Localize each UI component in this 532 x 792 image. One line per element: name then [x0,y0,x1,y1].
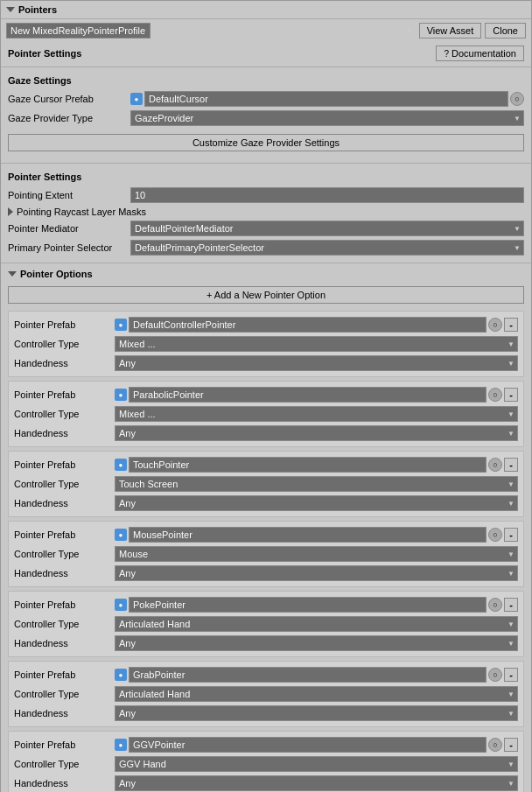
panel-title: Pointers [18,4,57,15]
prefab-input-6[interactable] [129,737,486,753]
add-pointer-option-button[interactable]: + Add a New Pointer Option [8,286,524,304]
handedness-dropdown-0[interactable]: Any [115,355,518,371]
prefab-pick-btn-1[interactable]: ○ [488,388,502,402]
pointer-prefab-row-6: Pointer Prefab ● ○ - [14,735,518,754]
panel-header: Pointers [1,1,531,19]
pointer-option-group-0: Pointer Prefab ● ○ - Controller Type Mix… [8,311,524,377]
gaze-provider-label: Gaze Provider Type [8,113,130,123]
prefab-remove-btn-1[interactable]: - [504,388,518,402]
controller-type-label-5: Controller Type [14,689,115,699]
handedness-row-6: Handedness Any ▼ [14,774,518,792]
pointer-settings-header: Pointer Settings ? Documentation [1,42,531,65]
handedness-row-2: Handedness Any ▼ [14,494,518,513]
controller-type-dropdown-2[interactable]: Touch Screen [115,476,518,492]
pointer-option-group-4: Pointer Prefab ● ○ - Controller Type Art… [8,591,524,657]
pointer-options-collapse-icon[interactable] [8,271,17,277]
handedness-label-4: Handedness [14,638,115,648]
prefab-remove-btn-0[interactable]: - [504,318,518,332]
add-pointer-option-row: + Add a New Pointer Option [1,283,531,307]
gaze-cursor-icon: ● [130,93,143,105]
prefab-pick-btn-0[interactable]: ○ [488,318,502,332]
gaze-provider-dropdown-wrapper: GazeProvider [130,110,524,126]
pointer-prefab-label-5: Pointer Prefab [14,669,115,680]
controller-type-dropdown-0[interactable]: Mixed ... [115,336,518,352]
gaze-provider-dropdown[interactable]: GazeProvider [130,110,524,126]
controller-type-dropdown-5[interactable]: Articulated Hand [115,686,518,702]
prefab-icon-1: ● [115,389,127,401]
pointing-extent-input[interactable] [130,187,524,203]
handedness-dropdown-1[interactable]: Any [115,425,518,441]
prefab-icon-5: ● [115,669,127,681]
controller-type-dropdown-1[interactable]: Mixed ... [115,406,518,422]
gaze-settings-section: Gaze Settings Gaze Cursor Prefab ● ○ Gaz… [1,69,531,161]
pointer-settings-section: Pointer Settings Pointing Extent Pointin… [1,165,531,261]
top-bar: New MixedRealityPointerProfile View Asse… [1,19,531,42]
prefab-input-2[interactable] [129,457,486,473]
handedness-dropdown-4[interactable]: Any [115,635,518,651]
pointer-prefab-row-3: Pointer Prefab ● ○ - [14,525,518,544]
raycast-expand-icon[interactable] [8,207,13,216]
pointer-prefab-row-5: Pointer Prefab ● ○ - [14,665,518,684]
controller-type-dropdown-6[interactable]: GGV Hand [115,756,518,772]
controller-type-dropdown-4[interactable]: Articulated Hand [115,616,518,632]
gaze-cursor-label: Gaze Cursor Prefab [8,94,130,104]
gaze-cursor-pick-button[interactable]: ○ [510,92,524,106]
prefab-remove-btn-5[interactable]: - [504,668,518,682]
pointer-option-group-6: Pointer Prefab ● ○ - Controller Type GGV… [8,731,524,792]
doc-icon: ? [444,49,449,59]
handedness-dropdown-3[interactable]: Any [115,565,518,581]
handedness-label-3: Handedness [14,568,115,578]
pointer-prefab-label-2: Pointer Prefab [14,459,115,470]
doc-label: Documentation [452,48,516,59]
documentation-button[interactable]: ? Documentation [436,46,524,61]
pointing-extent-label: Pointing Extent [8,190,130,200]
handedness-dropdown-2[interactable]: Any [115,495,518,511]
prefab-input-1[interactable] [129,387,486,403]
prefab-input-4[interactable] [129,597,486,613]
pointer-prefab-label-0: Pointer Prefab [14,319,115,330]
controller-type-dropdown-3[interactable]: Mouse [115,546,518,562]
controller-type-row-6: Controller Type GGV Hand ▼ [14,754,518,774]
profile-dropdown[interactable]: New MixedRealityPointerProfile [6,23,150,39]
controller-type-row-5: Controller Type Articulated Hand ▼ [14,684,518,704]
controller-type-label-3: Controller Type [14,549,115,559]
pointer-prefab-label-3: Pointer Prefab [14,529,115,540]
prefab-pick-btn-3[interactable]: ○ [488,528,502,542]
primary-pointer-selector-row: Primary Pointer Selector DefaultPrimaryP… [8,238,524,257]
prefab-remove-btn-2[interactable]: - [504,458,518,472]
view-asset-button[interactable]: View Asset [419,23,482,39]
prefab-remove-btn-6[interactable]: - [504,738,518,752]
prefab-pick-btn-2[interactable]: ○ [488,458,502,472]
raycast-row: Pointing Raycast Layer Masks [8,205,524,219]
prefab-pick-btn-4[interactable]: ○ [488,598,502,612]
primary-pointer-selector-dropdown[interactable]: DefaultPrimaryPointerSelector [130,240,524,256]
handedness-label-0: Handedness [14,358,115,368]
clone-button[interactable]: Clone [485,23,526,39]
prefab-icon-6: ● [115,739,127,751]
handedness-dropdown-6[interactable]: Any [115,775,518,791]
pointer-mediator-label: Pointer Mediator [8,223,130,234]
collapse-icon[interactable] [6,7,15,12]
prefab-input-3[interactable] [129,527,486,543]
handedness-dropdown-5[interactable]: Any [115,705,518,721]
pointer-prefab-row-2: Pointer Prefab ● ○ - [14,455,518,474]
pointer-prefab-label-1: Pointer Prefab [14,389,115,400]
profile-dropdown-wrapper: New MixedRealityPointerProfile [6,23,416,39]
raycast-label: Pointing Raycast Layer Masks [17,207,146,217]
prefab-icon-3: ● [115,529,127,541]
prefab-input-5[interactable] [129,667,486,683]
prefab-input-0[interactable] [129,317,486,333]
handedness-row-1: Handedness Any ▼ [14,424,518,443]
pointer-option-groups: Pointer Prefab ● ○ - Controller Type Mix… [1,311,531,792]
handedness-label-2: Handedness [14,498,115,508]
prefab-remove-btn-4[interactable]: - [504,598,518,612]
prefab-remove-btn-3[interactable]: - [504,528,518,542]
gaze-cursor-row: Gaze Cursor Prefab ● ○ [8,89,524,109]
handedness-label-1: Handedness [14,428,115,438]
pointer-mediator-dropdown[interactable]: DefaultPointerMediator [130,221,524,236]
customize-gaze-button[interactable]: Customize Gaze Provider Settings [8,134,524,151]
handedness-row-3: Handedness Any ▼ [14,564,518,583]
gaze-cursor-input[interactable] [144,91,508,107]
prefab-pick-btn-6[interactable]: ○ [488,738,502,752]
prefab-pick-btn-5[interactable]: ○ [488,668,502,682]
